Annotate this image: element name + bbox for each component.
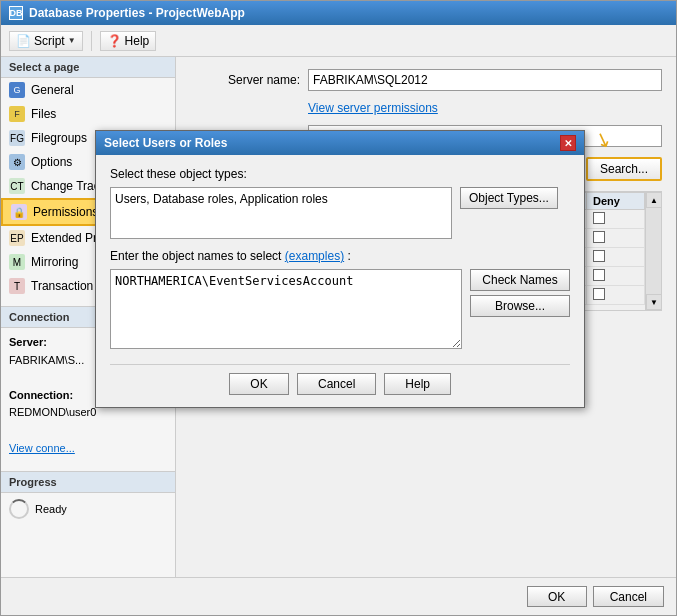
- dialog-bottom-buttons: OK Cancel Help: [110, 364, 570, 395]
- select-users-dialog: Select Users or Roles ✕ Select these obj…: [95, 130, 585, 408]
- object-types-btn-area: Object Types...: [460, 187, 570, 209]
- dialog-side-buttons: Check Names Browse...: [470, 269, 570, 317]
- check-names-button[interactable]: Check Names: [470, 269, 570, 291]
- enter-names-text: Enter the object names to select: [110, 249, 281, 263]
- enter-names-row: NORTHAMERICA\EventServicesAccount Check …: [110, 269, 570, 352]
- colon: :: [347, 249, 350, 263]
- dialog-cancel-button[interactable]: Cancel: [297, 373, 376, 395]
- object-names-input[interactable]: NORTHAMERICA\EventServicesAccount: [110, 269, 462, 349]
- browse-button[interactable]: Browse...: [470, 295, 570, 317]
- dialog-help-button[interactable]: Help: [384, 373, 451, 395]
- examples-link[interactable]: (examples): [285, 249, 344, 263]
- object-types-label: Select these object types:: [110, 167, 570, 181]
- object-names-input-area: NORTHAMERICA\EventServicesAccount: [110, 269, 462, 352]
- object-types-row: Users, Database roles, Application roles…: [110, 187, 570, 249]
- enter-names-label: Enter the object names to select (exampl…: [110, 249, 570, 263]
- object-types-display: Users, Database roles, Application roles: [110, 187, 452, 239]
- modal-overlay: Select Users or Roles ✕ Select these obj…: [0, 0, 677, 616]
- object-types-value: Users, Database roles, Application roles: [115, 192, 328, 206]
- object-types-button[interactable]: Object Types...: [460, 187, 558, 209]
- dialog-content: Select these object types: Users, Databa…: [96, 155, 584, 407]
- dialog-title-bar: Select Users or Roles ✕: [96, 131, 584, 155]
- dialog-ok-button[interactable]: OK: [229, 373, 289, 395]
- dialog-close-button[interactable]: ✕: [560, 135, 576, 151]
- dialog-title: Select Users or Roles: [104, 136, 227, 150]
